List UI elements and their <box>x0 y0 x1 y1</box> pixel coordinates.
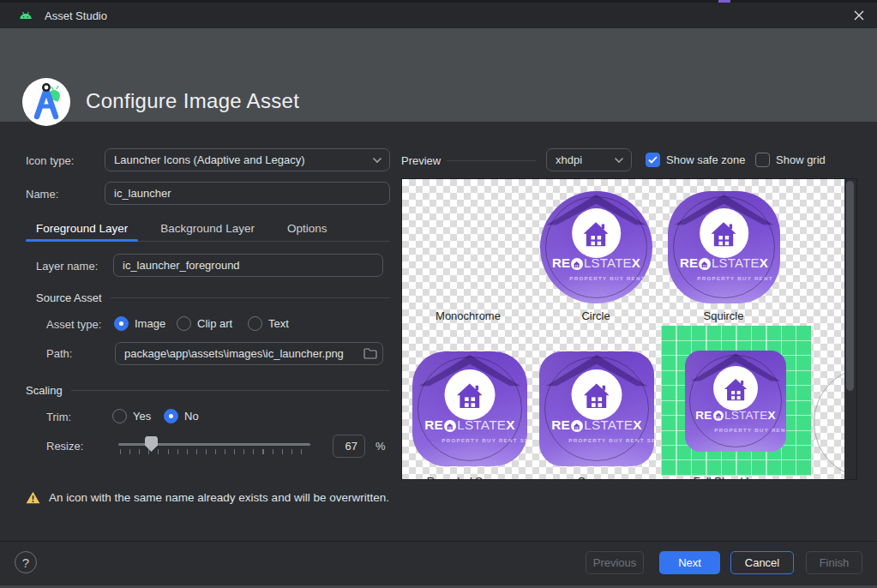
safe-zone-circle <box>689 355 781 447</box>
preview-scrollbar-thumb[interactable] <box>846 181 854 391</box>
launcher-logo: RELSTATEX PROPERTY BUY RENT SELL <box>685 351 786 452</box>
asset-studio-dialog: Asset Studio Configure Image Asset Icon … <box>0 0 877 588</box>
launcher-logo: RELSTATEX PROPERTY BUY RENT SELL <box>412 351 527 466</box>
scaling-title: Scaling <box>26 384 63 397</box>
page-title: Configure Image Asset <box>86 89 299 113</box>
source-asset-section: Source Asset <box>36 291 390 304</box>
finish-button: Finish <box>806 551 862 574</box>
tab-options[interactable]: Options <box>277 219 338 241</box>
radio-icon <box>112 409 127 423</box>
path-input[interactable] <box>115 342 383 365</box>
close-icon[interactable] <box>848 4 870 27</box>
window-title: Asset Studio <box>45 9 107 22</box>
preview-label-squircle: Squircle <box>704 309 744 322</box>
preview-scrollbar[interactable] <box>844 179 856 479</box>
asset-type-image-radio[interactable]: Image <box>114 316 165 331</box>
android-icon <box>19 9 33 21</box>
launcher-logo: RELSTATEX PROPERTY BUY RENT SELL <box>539 351 654 466</box>
chevron-down-icon <box>372 157 382 164</box>
layer-name-input[interactable] <box>113 254 383 277</box>
asset-type-clipart-radio[interactable]: Clip art <box>177 316 232 331</box>
help-icon[interactable]: ? <box>15 551 37 573</box>
preview-label-rounded-square: Rounded Square <box>427 475 511 480</box>
preview-label-square: Square <box>578 475 614 480</box>
safe-zone-circle <box>544 357 649 461</box>
warning-text: An icon with the same name already exist… <box>49 491 389 504</box>
icon-type-select[interactable]: Launcher Icons (Adaptive and Legacy) <box>105 148 390 171</box>
radio-icon <box>177 316 191 331</box>
show-grid-checkbox[interactable]: Show grid <box>755 153 826 167</box>
radio-checked-icon <box>164 409 178 423</box>
asset-type-text-radio[interactable]: Text <box>248 316 289 331</box>
icon-type-value: Launcher Icons (Adaptive and Legacy) <box>114 153 372 166</box>
warning-icon <box>26 491 40 504</box>
tab-background-layer[interactable]: Background Layer <box>150 219 265 241</box>
name-input[interactable] <box>105 182 390 205</box>
radio-checked-icon <box>114 316 129 331</box>
resize-label: Resize: <box>46 440 83 453</box>
tab-foreground-layer[interactable]: Foreground Layer <box>26 219 138 241</box>
resize-slider[interactable] <box>118 435 310 456</box>
preview-label-monochrome: Monochrome <box>435 309 501 322</box>
next-button[interactable]: Next <box>659 551 720 574</box>
trim-no-radio[interactable]: No <box>164 409 199 423</box>
layer-name-label: Layer name: <box>36 260 98 273</box>
preview-rounded-square: RELSTATEX PROPERTY BUY RENT SELL <box>412 351 527 466</box>
safe-zone-circle <box>417 357 522 461</box>
folder-icon[interactable] <box>363 348 377 359</box>
scaling-section: Scaling <box>26 384 390 397</box>
preview-title-line <box>447 160 536 161</box>
preview-full-bleed: RELSTATEX PROPERTY BUY RENT SELL <box>685 351 786 452</box>
titlebar: Asset Studio <box>0 3 877 28</box>
safe-zone-circle <box>673 196 775 298</box>
preview-label-full-bleed: Full Bleed Layers <box>694 475 779 480</box>
preview-full-bleed-background: RELSTATEX PROPERTY BUY RENT SELL <box>661 326 811 476</box>
asset-type-label: Asset type: <box>46 318 101 331</box>
path-label: Path: <box>46 347 72 360</box>
resize-unit-label: % <box>375 440 386 453</box>
source-asset-title: Source Asset <box>36 291 102 304</box>
section-divider <box>111 297 390 298</box>
name-label: Name: <box>26 188 58 201</box>
density-select[interactable]: xhdpi <box>546 148 632 171</box>
show-safe-zone-checkbox[interactable]: Show safe zone <box>646 153 746 167</box>
chevron-down-icon <box>614 157 624 164</box>
launcher-logo: RELSTATEX PROPERTY BUY RENT SELL <box>540 191 652 303</box>
dialog-header: Configure Image Asset <box>0 28 877 122</box>
warning-message: An icon with the same name already exist… <box>26 491 389 504</box>
safe-zone-circle <box>545 196 647 298</box>
radio-icon <box>248 316 262 331</box>
trim-yes-radio[interactable]: Yes <box>112 409 151 423</box>
preview-square: RELSTATEX PROPERTY BUY RENT SELL <box>539 351 654 466</box>
preview-squircle: RELSTATEX PROPERTY BUY RENT SELL <box>668 191 780 303</box>
checkbox-icon <box>755 153 770 167</box>
android-studio-logo-icon <box>22 78 70 126</box>
resize-value-input[interactable] <box>333 435 365 458</box>
preview-label-circle: Circle <box>581 309 610 322</box>
trim-label: Trim: <box>46 411 71 423</box>
checkbox-checked-icon <box>646 153 660 167</box>
preview-title: Preview <box>401 154 441 167</box>
layer-tabs: Foreground Layer Background Layer Option… <box>26 219 390 242</box>
cancel-button[interactable]: Cancel <box>730 551 794 574</box>
density-value: xhdpi <box>556 153 614 166</box>
slider-ticks <box>120 449 310 454</box>
icon-type-label: Icon type: <box>26 154 74 167</box>
previous-button: Previous <box>586 551 644 574</box>
preview-panel: Monochrome RELSTATEX PROPERTY BUY RENT S… <box>401 178 857 480</box>
section-divider <box>71 390 390 391</box>
launcher-logo: RELSTATEX PROPERTY BUY RENT SELL <box>668 191 780 303</box>
preview-circle: RELSTATEX PROPERTY BUY RENT SELL <box>540 191 652 303</box>
